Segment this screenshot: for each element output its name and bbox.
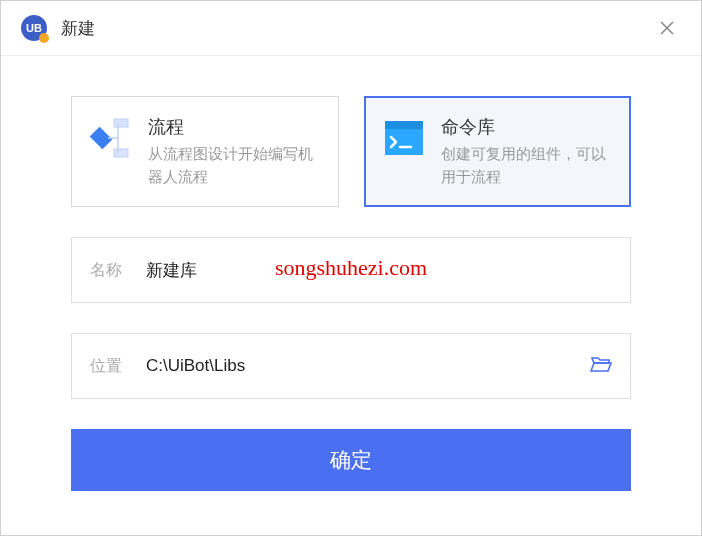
card-flow-title: 流程 bbox=[148, 115, 322, 139]
card-library-text: 命令库 创建可复用的组件，可以用于流程 bbox=[441, 115, 615, 188]
flow-icon bbox=[88, 115, 134, 161]
name-label: 名称 bbox=[90, 260, 146, 281]
card-flow-desc: 从流程图设计开始编写机器人流程 bbox=[148, 143, 322, 188]
browse-button[interactable] bbox=[590, 354, 612, 378]
path-input[interactable] bbox=[146, 356, 590, 376]
card-library-title: 命令库 bbox=[441, 115, 615, 139]
card-library-desc: 创建可复用的组件，可以用于流程 bbox=[441, 143, 615, 188]
titlebar: UB 新建 bbox=[1, 1, 701, 56]
app-logo-icon: UB bbox=[21, 15, 47, 41]
card-flow-text: 流程 从流程图设计开始编写机器人流程 bbox=[148, 115, 322, 188]
close-icon bbox=[659, 20, 675, 36]
dialog-content: 流程 从流程图设计开始编写机器人流程 命令库 创建可复用的组件，可以用于流程 名… bbox=[1, 56, 701, 491]
window-title: 新建 bbox=[61, 17, 95, 40]
svg-rect-0 bbox=[114, 119, 128, 127]
type-card-group: 流程 从流程图设计开始编写机器人流程 命令库 创建可复用的组件，可以用于流程 bbox=[71, 96, 631, 207]
svg-rect-4 bbox=[385, 121, 423, 129]
name-field[interactable]: 名称 bbox=[71, 237, 631, 303]
svg-rect-1 bbox=[114, 149, 128, 157]
confirm-button[interactable]: 确定 bbox=[71, 429, 631, 491]
folder-open-icon bbox=[590, 354, 612, 374]
terminal-icon bbox=[381, 115, 427, 161]
card-library[interactable]: 命令库 创建可复用的组件，可以用于流程 bbox=[364, 96, 632, 207]
close-button[interactable] bbox=[653, 14, 681, 42]
card-flow[interactable]: 流程 从流程图设计开始编写机器人流程 bbox=[71, 96, 339, 207]
path-label: 位置 bbox=[90, 356, 146, 377]
name-input[interactable] bbox=[146, 260, 612, 280]
path-field[interactable]: 位置 bbox=[71, 333, 631, 399]
